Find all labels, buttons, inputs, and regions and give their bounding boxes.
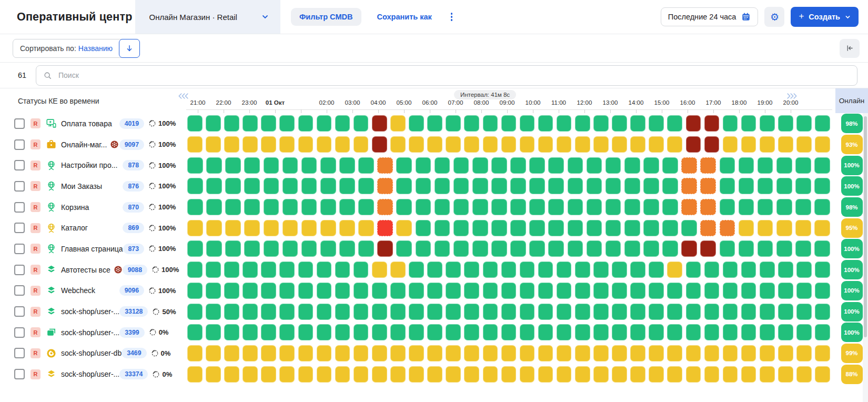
status-cell[interactable] xyxy=(760,366,775,383)
status-cell[interactable] xyxy=(224,262,239,278)
status-cell[interactable] xyxy=(354,304,369,320)
status-cell[interactable] xyxy=(758,199,773,215)
status-cell[interactable] xyxy=(795,199,811,215)
status-cell[interactable] xyxy=(435,220,450,236)
status-cell[interactable] xyxy=(206,199,222,215)
status-cell[interactable] xyxy=(796,345,812,361)
status-cell[interactable] xyxy=(187,366,203,383)
status-cell[interactable] xyxy=(224,304,239,320)
status-cell[interactable] xyxy=(739,157,754,174)
status-cell[interactable] xyxy=(796,115,812,132)
status-cell[interactable] xyxy=(483,304,498,320)
ke-name[interactable]: Онлайн-маг... xyxy=(61,140,107,149)
status-cell[interactable] xyxy=(446,304,461,320)
row-checkbox[interactable] xyxy=(14,118,25,129)
status-cell[interactable] xyxy=(243,345,258,361)
status-cell[interactable] xyxy=(612,262,627,278)
status-cell[interactable] xyxy=(427,304,442,320)
status-cell[interactable] xyxy=(630,262,645,278)
status-cell[interactable] xyxy=(416,240,431,257)
status-cell[interactable] xyxy=(720,199,735,215)
status-cell[interactable] xyxy=(815,262,830,278)
status-cell[interactable] xyxy=(587,220,602,236)
status-cell[interactable] xyxy=(643,240,659,257)
status-cell[interactable] xyxy=(662,220,678,236)
status-cell[interactable] xyxy=(483,366,498,383)
row-checkbox[interactable] xyxy=(14,265,25,275)
status-cell[interactable] xyxy=(760,136,775,153)
status-cell[interactable] xyxy=(472,178,488,194)
status-cell[interactable] xyxy=(593,283,609,299)
status-cell[interactable] xyxy=(354,115,369,132)
status-cell[interactable] xyxy=(548,199,564,215)
status-cell[interactable] xyxy=(416,157,431,174)
status-cell[interactable] xyxy=(593,324,609,340)
status-cell[interactable] xyxy=(206,240,222,257)
status-cell[interactable] xyxy=(662,157,678,174)
ke-name[interactable]: sock-shop/user-... xyxy=(61,307,119,316)
event-count-badge[interactable]: 869 xyxy=(123,223,144,233)
time-range-button[interactable]: Последние 24 часа xyxy=(661,7,759,26)
status-cell[interactable] xyxy=(520,324,535,340)
status-cell[interactable] xyxy=(464,366,479,383)
row-checkbox[interactable] xyxy=(14,160,25,170)
status-cell[interactable] xyxy=(372,366,387,383)
status-cell[interactable] xyxy=(815,136,830,153)
status-cell[interactable] xyxy=(557,283,572,299)
status-cell[interactable] xyxy=(187,262,203,278)
status-cell[interactable] xyxy=(298,366,314,383)
status-cell[interactable] xyxy=(279,136,295,153)
status-cell[interactable] xyxy=(335,136,350,153)
status-cell[interactable] xyxy=(427,324,442,340)
status-cell[interactable] xyxy=(630,283,645,299)
status-cell[interactable] xyxy=(815,324,830,340)
status-cell[interactable] xyxy=(409,324,424,340)
status-cell[interactable] xyxy=(643,178,659,194)
status-cell[interactable] xyxy=(593,366,609,383)
status-cell[interactable] xyxy=(372,304,387,320)
status-cell[interactable] xyxy=(335,304,350,320)
status-cell[interactable] xyxy=(298,262,314,278)
ke-name[interactable]: Мои Заказы xyxy=(61,182,102,190)
status-cell[interactable] xyxy=(593,262,609,278)
status-cell[interactable] xyxy=(225,199,241,215)
status-cell[interactable] xyxy=(538,283,553,299)
status-cell[interactable] xyxy=(320,157,336,174)
status-cell[interactable] xyxy=(501,136,517,153)
status-cell[interactable] xyxy=(612,304,627,320)
status-cell[interactable] xyxy=(649,115,664,132)
status-cell[interactable] xyxy=(187,220,203,236)
status-cell[interactable] xyxy=(575,262,590,278)
status-cell[interactable] xyxy=(416,178,431,194)
status-cell[interactable] xyxy=(649,304,664,320)
status-cell[interactable] xyxy=(243,304,258,320)
status-cell[interactable] xyxy=(187,178,203,194)
status-cell[interactable] xyxy=(520,283,535,299)
status-cell[interactable] xyxy=(662,178,678,194)
status-cell[interactable] xyxy=(814,157,830,174)
event-count-badge[interactable]: 9097 xyxy=(119,139,144,150)
status-cell[interactable] xyxy=(483,345,498,361)
status-cell[interactable] xyxy=(483,136,498,153)
status-cell[interactable] xyxy=(224,115,239,132)
status-cell[interactable] xyxy=(814,199,830,215)
status-cell[interactable] xyxy=(409,345,424,361)
online-percentage-badge[interactable]: 88% xyxy=(841,365,863,384)
status-cell[interactable] xyxy=(335,345,350,361)
online-percentage-badge[interactable]: 100% xyxy=(841,281,863,300)
status-cell[interactable] xyxy=(409,115,424,132)
status-cell[interactable] xyxy=(700,220,716,236)
status-cell[interactable] xyxy=(612,324,627,340)
status-cell[interactable] xyxy=(339,199,355,215)
status-cell[interactable] xyxy=(548,157,564,174)
status-cell[interactable] xyxy=(557,304,572,320)
status-cell[interactable] xyxy=(453,220,469,236)
status-cell[interactable] xyxy=(538,304,553,320)
status-cell[interactable] xyxy=(279,345,295,361)
status-cell[interactable] xyxy=(396,240,412,257)
status-cell[interactable] xyxy=(390,136,406,153)
status-cell[interactable] xyxy=(723,262,738,278)
status-cell[interactable] xyxy=(700,157,716,174)
status-cell[interactable] xyxy=(630,345,645,361)
status-cell[interactable] xyxy=(649,136,664,153)
